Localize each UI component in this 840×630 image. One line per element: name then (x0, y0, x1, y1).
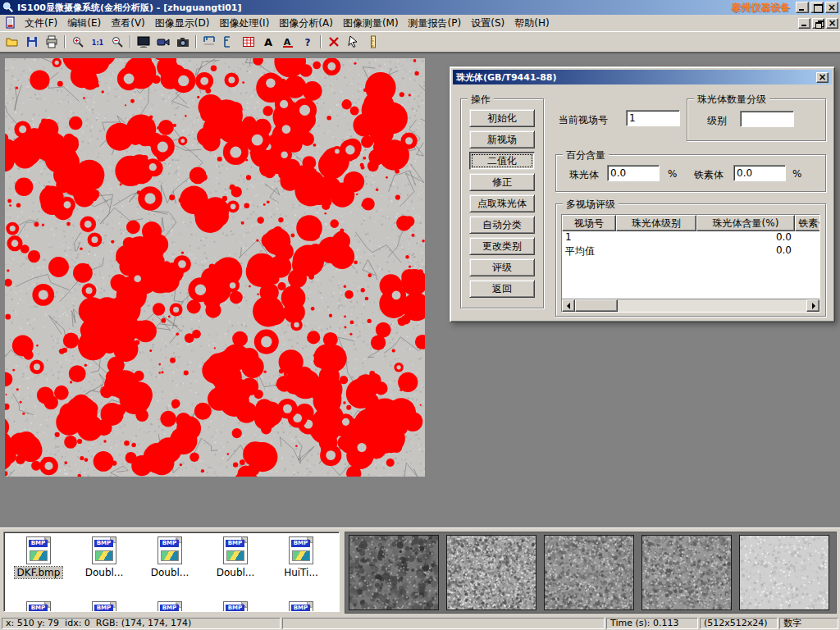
title-bar: IS100显微摄像系统(金相分析版) - [zhuguangti01] 泰州仪器… (0, 0, 840, 15)
op-button-2[interactable]: 二值化 (469, 152, 535, 170)
bmp-file-icon: BMP (26, 601, 51, 612)
file-item-1[interactable]: BMPDoubl... (71, 536, 137, 578)
op-button-0[interactable]: 初始化 (469, 109, 535, 127)
file-browser[interactable]: BMPDKF.bmpBMPDoubl...BMPDoubl...BMPDoubl… (3, 532, 340, 612)
child-close-button[interactable] (826, 18, 838, 29)
thumbnail-4[interactable] (641, 535, 732, 610)
bmp-badge: BMP (226, 540, 244, 547)
close-button[interactable] (825, 2, 838, 13)
menu-item-0[interactable]: 文件(F) (20, 16, 62, 31)
zoom-1-1-icon[interactable]: 1:1 (89, 34, 107, 50)
dialog-title-bar[interactable]: 珠光体(GB/T9441-88) (453, 70, 832, 84)
grading-group-label: 珠光体数量分级 (694, 93, 769, 107)
toolbar-separator (320, 35, 322, 48)
ruler-icon[interactable] (364, 34, 382, 50)
file-item-r2-3[interactable]: BMP (203, 601, 268, 612)
open-folder-icon[interactable] (3, 34, 21, 50)
zoom-in-icon[interactable] (69, 34, 87, 50)
thumbnail-5[interactable] (739, 535, 829, 610)
file-item-r2-2[interactable]: BMP (137, 601, 203, 612)
print-icon[interactable] (43, 34, 61, 50)
file-item-r2-1[interactable]: BMP (71, 601, 137, 612)
table-header-0[interactable]: 视场号 (562, 215, 616, 231)
op-button-3[interactable]: 修正 (469, 173, 535, 191)
annotate-icon[interactable]: A (279, 34, 297, 50)
thumbnail-mini (292, 550, 310, 561)
pearlite-percent-input[interactable] (607, 165, 660, 181)
percent-group: 百分含量 珠光体 % 铁素体 % (555, 154, 826, 192)
delete-x-icon[interactable] (325, 34, 343, 50)
file-row-1: BMPDKF.bmpBMPDoubl...BMPDoubl...BMPDoubl… (6, 536, 334, 578)
save-icon[interactable] (23, 34, 41, 50)
table-header-2[interactable]: 珠光体含量(%) (696, 215, 795, 231)
table-row-0[interactable]: 10.0 (562, 231, 819, 244)
file-name: Doubl... (148, 567, 192, 578)
picker-icon[interactable] (345, 34, 363, 50)
table-hscrollbar[interactable] (562, 299, 819, 312)
menu-item-2[interactable]: 查看(V) (106, 16, 150, 31)
snapshot-icon[interactable] (135, 34, 153, 50)
help-icon[interactable]: ? (299, 34, 317, 50)
op-button-5[interactable]: 自动分类 (469, 216, 535, 234)
menu-item-3[interactable]: 图像显示(D) (150, 16, 215, 31)
caliper-h-icon[interactable] (200, 34, 218, 50)
text-a-icon[interactable]: A (259, 34, 277, 50)
op-button-8[interactable]: 返回 (469, 280, 535, 298)
table-group-label: 多视场评级 (563, 198, 619, 212)
menu-item-7[interactable]: 测量报告(P) (404, 16, 467, 31)
thumbnail-mini (161, 550, 179, 561)
measure-grid-icon[interactable] (240, 34, 258, 50)
thumbnail-mini (30, 550, 48, 561)
op-button-1[interactable]: 新视场 (469, 130, 535, 148)
scroll-right-button[interactable] (806, 299, 819, 312)
caliper-v-icon[interactable] (220, 34, 238, 50)
grade-level-input[interactable] (740, 111, 794, 127)
menu-item-4[interactable]: 图像处理(I) (214, 16, 274, 31)
thumbnail-mini (95, 550, 113, 561)
menu-item-5[interactable]: 图像分析(A) (274, 16, 338, 31)
thumbnail-3[interactable] (544, 535, 634, 610)
toolbar-separator (64, 35, 66, 48)
menu-item-6[interactable]: 图像测量(M) (338, 16, 404, 31)
op-button-4[interactable]: 点取珠光体 (469, 194, 535, 212)
op-button-7[interactable]: 评级 (469, 258, 535, 276)
scroll-track[interactable] (618, 299, 806, 312)
thumbnail-strip (345, 532, 837, 614)
bmp-file-icon: BMP (289, 536, 313, 564)
table-row-1[interactable]: 平均值0.0 (562, 244, 819, 258)
thumbnail-2[interactable] (446, 535, 536, 610)
menu-item-1[interactable]: 编辑(E) (62, 16, 106, 31)
current-field-input[interactable] (626, 110, 680, 126)
zoom-out-icon[interactable] (108, 34, 126, 50)
metallograph-image[interactable] (5, 58, 425, 477)
cursor-position-status: x: 510 y: 79 idx: 0 RGB: (174, 174, 174) (2, 618, 281, 629)
menu-item-9[interactable]: 帮助(H) (509, 16, 554, 31)
file-item-2[interactable]: BMPDoubl... (137, 536, 203, 578)
file-item-3[interactable]: BMPDoubl... (203, 536, 268, 578)
file-item-0[interactable]: BMPDKF.bmp (6, 536, 71, 578)
toolbar: 1:1AA? (0, 31, 840, 52)
scroll-left-button[interactable] (562, 299, 575, 312)
file-item-r2-4[interactable]: BMP (268, 601, 334, 612)
thumbnail-1[interactable] (349, 535, 439, 610)
camera-icon[interactable] (174, 34, 192, 50)
bmp-file-icon: BMP (223, 536, 248, 564)
pearlite-label: 珠光体 (569, 168, 599, 182)
svg-text:1:1: 1:1 (92, 39, 104, 47)
maximize-button[interactable] (810, 2, 824, 13)
child-minimize-button[interactable] (798, 18, 810, 29)
file-item-4[interactable]: BMPHuiTi... (268, 536, 334, 578)
table-header-3[interactable]: 铁素体含量(%) (795, 215, 819, 231)
document-icon[interactable] (4, 16, 17, 30)
menu-item-8[interactable]: 设置(S) (466, 16, 509, 31)
scroll-thumb[interactable] (575, 299, 618, 312)
minimize-button[interactable] (796, 2, 809, 13)
file-item-r2-0[interactable]: BMP (6, 601, 71, 612)
op-button-6[interactable]: 更改类别 (469, 237, 535, 255)
table-header-1[interactable]: 珠光体级别 (616, 215, 696, 231)
ferrite-percent-input[interactable] (733, 165, 786, 181)
video-camera-icon[interactable] (154, 34, 172, 50)
dialog-close-button[interactable] (816, 72, 829, 83)
window-title: IS100显微摄像系统(金相分析版) - [zhuguangti01] (17, 2, 242, 14)
child-restore-button[interactable] (812, 18, 824, 29)
